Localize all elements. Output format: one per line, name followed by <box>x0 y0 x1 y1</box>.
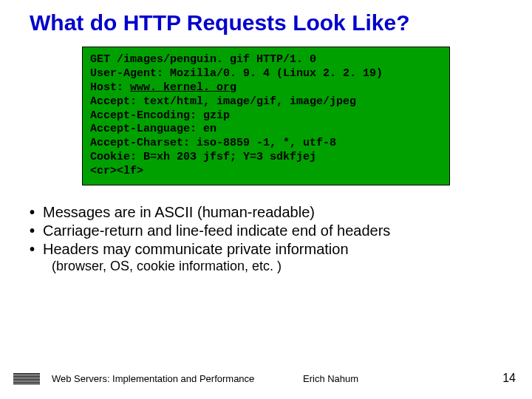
bullet-dot-icon: • <box>30 240 43 259</box>
bullet-1: • Messages are in ASCII (human-readable) <box>30 203 502 222</box>
bullet-2-text: Carriage-return and line-feed indicate e… <box>43 222 390 240</box>
code-line-4: Accept: text/html, image/gif, image/jpeg <box>90 95 442 109</box>
http-request-codebox: GET /images/penguin. gif HTTP/1. 0 User-… <box>82 47 450 185</box>
code-line-6: Accept-Language: en <box>90 123 442 137</box>
code-line-3: Host: www. kernel. org <box>90 81 442 95</box>
svg-rect-4 <box>13 379 40 380</box>
code-line-2: User-Agent: Mozilla/0. 9. 4 (Linux 2. 2.… <box>90 67 442 81</box>
footer-course: Web Servers: Implementation and Performa… <box>52 373 254 384</box>
footer-author: Erich Nahum <box>303 373 358 384</box>
svg-rect-5 <box>13 381 40 381</box>
svg-rect-1 <box>13 375 40 375</box>
bullet-dot-icon: • <box>30 222 43 240</box>
bullet-3-text: Headers may communicate private informat… <box>43 240 349 259</box>
svg-rect-6 <box>13 382 40 383</box>
bullet-dot-icon: • <box>30 203 43 222</box>
svg-rect-0 <box>13 373 40 374</box>
slide-title: What do HTTP Requests Look Like? <box>30 10 510 35</box>
bullet-1-text: Messages are in ASCII (human-readable) <box>43 203 315 222</box>
code-line-3-host-link: www. kernel. org <box>130 81 236 94</box>
footer-page-number: 14 <box>502 372 516 385</box>
svg-rect-3 <box>13 378 40 378</box>
code-line-7: Accept-Charset: iso-8859 -1, *, utf-8 <box>90 137 442 151</box>
bullet-3: • Headers may communicate private inform… <box>30 240 502 259</box>
code-line-5: Accept-Encoding: gzip <box>90 109 442 123</box>
bullet-3-sub: (browser, OS, cookie information, etc. ) <box>52 258 502 274</box>
code-line-8: Cookie: B=xh 203 jfsf; Y=3 sdkfjej <box>90 151 442 165</box>
slide-footer: Web Servers: Implementation and Performa… <box>0 365 532 392</box>
svg-rect-7 <box>13 383 40 384</box>
bullet-list: • Messages are in ASCII (human-readable)… <box>30 203 502 275</box>
code-line-1: GET /images/penguin. gif HTTP/1. 0 <box>90 53 442 67</box>
ibm-logo-icon <box>13 372 40 384</box>
bullet-2: • Carriage-return and line-feed indicate… <box>30 222 502 240</box>
svg-rect-2 <box>13 376 40 377</box>
code-line-9: <cr><lf> <box>90 165 442 179</box>
code-line-3-prefix: Host: <box>90 81 130 94</box>
